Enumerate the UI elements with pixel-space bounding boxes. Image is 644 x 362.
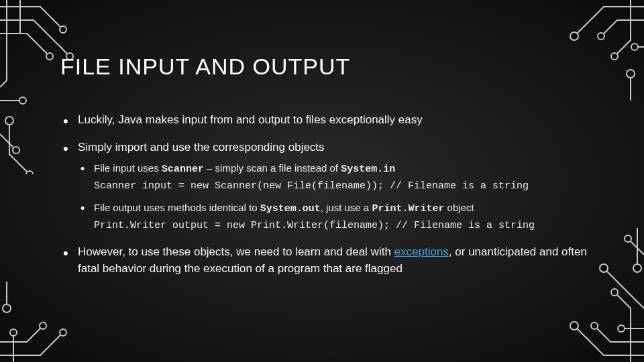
- code-inline: Scanner: [162, 164, 204, 175]
- text-fragment: File output uses methods identical to: [94, 202, 260, 213]
- sub-bullet-list: File input uses Scanner – simply scan a …: [78, 161, 604, 233]
- svg-point-18: [618, 325, 625, 332]
- exceptions-link[interactable]: exceptions: [394, 245, 449, 258]
- bullet-item: However, to use these objects, we need t…: [60, 244, 604, 277]
- bullet-list: Luckily, Java makes input from and outpu…: [60, 112, 604, 278]
- text-fragment: , just use a: [321, 202, 372, 213]
- bullet-item: Simply import and use the corresponding …: [60, 139, 604, 234]
- svg-point-9: [611, 53, 618, 60]
- svg-point-15: [3, 304, 11, 312]
- svg-point-20: [633, 264, 641, 272]
- svg-point-11: [627, 70, 635, 78]
- svg-point-6: [13, 147, 19, 154]
- svg-point-16: [570, 322, 578, 330]
- bullet-text: Luckily, Java makes input from and outpu…: [78, 113, 423, 126]
- sub-bullet-item: File input uses Scanner – simply scan a …: [78, 161, 604, 194]
- svg-point-4: [5, 117, 13, 125]
- circuit-decoration-bottom-left: [0, 282, 80, 362]
- sub-bullet-item: File output uses methods identical to Sy…: [78, 200, 604, 233]
- svg-point-21: [625, 235, 631, 242]
- svg-point-12: [60, 329, 66, 336]
- text-fragment: However, to use these objects, we need t…: [78, 245, 394, 258]
- svg-point-13: [40, 322, 46, 329]
- code-line: Print.Writer output = new Print.Writer(f…: [94, 219, 604, 234]
- svg-point-8: [598, 33, 604, 40]
- slide-title: FILE INPUT AND OUTPUT: [60, 54, 604, 80]
- text-fragment: – simply scan a file instead of: [204, 162, 341, 174]
- code-line: Scanner input = new Scanner(new File(fil…: [94, 179, 604, 194]
- text-fragment: File input uses: [94, 162, 162, 174]
- svg-point-19: [611, 289, 618, 296]
- code-inline: Print.Writer: [372, 203, 444, 215]
- code-inline: System.in: [341, 164, 395, 175]
- svg-point-17: [591, 322, 598, 329]
- svg-point-10: [631, 44, 638, 50]
- text-fragment: object: [444, 202, 474, 213]
- svg-point-14: [10, 329, 17, 336]
- bullet-text: Simply import and use the corresponding …: [78, 141, 325, 154]
- svg-point-3: [19, 97, 26, 104]
- svg-point-7: [570, 32, 578, 40]
- bullet-item: Luckily, Java makes input from and outpu…: [60, 112, 604, 129]
- slide-content: FILE INPUT AND OUTPUT Luckily, Java make…: [60, 54, 604, 288]
- svg-point-0: [60, 26, 66, 33]
- svg-point-5: [26, 171, 33, 174]
- svg-point-2: [46, 53, 53, 60]
- code-inline: System.out: [260, 203, 321, 215]
